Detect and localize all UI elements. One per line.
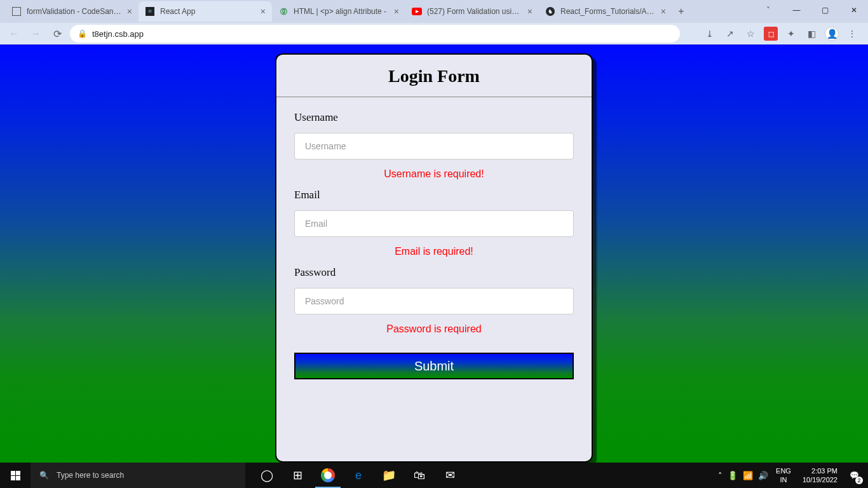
- close-icon[interactable]: ×: [661, 6, 666, 17]
- browser-toolbar: ← → ⟳ 🔒 t8etjn.csb.app ⤓ ↗ ☆ ⬚ ✦ ◧ 👤 ⋮: [0, 23, 868, 44]
- task-icons: ◯ ⊞ e 📁 🛍 ✉: [252, 463, 465, 488]
- form-title: Login Form: [276, 66, 592, 86]
- email-group: Email Email is required!: [294, 189, 574, 257]
- tab-title: HTML | <p> align Attribute -: [294, 7, 390, 16]
- wifi-icon[interactable]: 📶: [743, 471, 753, 480]
- share-icon[interactable]: ↗: [723, 27, 737, 41]
- tab-title: React_Forms_Tutorials/App.js: [560, 7, 657, 16]
- window-controls: ˅ — ▢ ✕: [754, 0, 868, 20]
- new-tab-button[interactable]: +: [672, 3, 690, 20]
- profile-avatar[interactable]: 👤: [825, 27, 839, 41]
- extension-icon[interactable]: ⬚: [764, 27, 778, 41]
- close-window-button[interactable]: ✕: [839, 0, 868, 20]
- search-placeholder: Type here to search: [57, 471, 124, 480]
- task-view-icon[interactable]: ⊞: [282, 463, 313, 488]
- password-error: Password is required: [294, 323, 574, 335]
- explorer-taskbar-icon[interactable]: 📁: [374, 463, 404, 488]
- password-label: Password: [294, 266, 574, 279]
- password-input[interactable]: [294, 288, 574, 315]
- maximize-button[interactable]: ▢: [811, 0, 839, 20]
- chrome-taskbar-icon[interactable]: [313, 463, 343, 488]
- tray-chevron-icon[interactable]: ˄: [718, 471, 722, 480]
- email-error: Email is required!: [294, 246, 574, 257]
- battery-icon[interactable]: 🔋: [728, 471, 738, 480]
- back-button[interactable]: ←: [5, 25, 23, 43]
- react-icon: ⚛: [145, 6, 155, 17]
- username-group: Username Username is required!: [294, 111, 574, 180]
- username-label: Username: [294, 111, 574, 124]
- mail-taskbar-icon[interactable]: ✉: [435, 463, 465, 488]
- store-taskbar-icon[interactable]: 🛍: [404, 463, 435, 488]
- chevron-down-icon[interactable]: ˅: [754, 0, 782, 20]
- lang-bottom: IN: [780, 475, 787, 484]
- windows-icon: [11, 471, 20, 480]
- tab-react-app[interactable]: ⚛ React App ×: [139, 1, 272, 22]
- start-button[interactable]: [0, 463, 31, 488]
- form-header: Login Form: [276, 55, 592, 97]
- clock-time: 2:03 PM: [811, 466, 837, 475]
- bookmark-icon[interactable]: ☆: [743, 27, 757, 41]
- login-form-card: Login Form Username Username is required…: [275, 53, 593, 463]
- username-error: Username is required!: [294, 168, 574, 180]
- language-indicator[interactable]: ENG IN: [773, 466, 794, 484]
- notif-badge: 2: [855, 477, 863, 484]
- forward-button[interactable]: →: [27, 25, 44, 43]
- tab-html-attr[interactable]: ⓖ HTML | <p> align Attribute - ×: [272, 1, 405, 22]
- tab-strip: formValidation - CodeSandbox × ⚛ React A…: [0, 0, 868, 23]
- tab-github[interactable]: ♞ React_Forms_Tutorials/App.js ×: [539, 1, 672, 22]
- system-tray: ˄ 🔋 📶 🔊 ENG IN 2:03 PM 10/19/2022 💬2: [718, 466, 868, 484]
- tab-title: formValidation - CodeSandbox: [27, 7, 123, 16]
- email-label: Email: [294, 189, 574, 201]
- youtube-icon: ▶: [412, 6, 422, 17]
- clock-date: 10/19/2022: [803, 475, 837, 484]
- url-text: t8etjn.csb.app: [92, 29, 144, 39]
- tab-youtube[interactable]: ▶ (527) Form Validation using R ×: [405, 1, 539, 22]
- lang-top: ENG: [776, 466, 791, 475]
- taskbar-search[interactable]: 🔍 Type here to search: [31, 463, 245, 488]
- password-group: Password Password is required: [294, 266, 574, 335]
- toolbar-right: ⤓ ↗ ☆ ⬚ ✦ ◧ 👤 ⋮: [703, 27, 863, 41]
- menu-icon[interactable]: ⋮: [845, 27, 859, 41]
- install-icon[interactable]: ⤓: [703, 27, 717, 41]
- minimize-button[interactable]: —: [782, 0, 811, 20]
- close-icon[interactable]: ×: [127, 6, 132, 17]
- windows-taskbar: 🔍 Type here to search ◯ ⊞ e 📁 🛍 ✉ ˄ 🔋 📶 …: [0, 463, 868, 488]
- tab-codesandbox[interactable]: formValidation - CodeSandbox ×: [5, 1, 139, 22]
- taskbar-clock[interactable]: 2:03 PM 10/19/2022: [799, 466, 841, 484]
- lock-icon: 🔒: [78, 29, 87, 38]
- close-icon[interactable]: ×: [394, 6, 399, 17]
- username-input[interactable]: [294, 133, 574, 159]
- form-body: Username Username is required! Email Ema…: [276, 97, 592, 393]
- sidepanel-icon[interactable]: ◧: [804, 27, 818, 41]
- edge-taskbar-icon[interactable]: e: [343, 463, 374, 488]
- extensions-icon[interactable]: ✦: [784, 27, 798, 41]
- cortana-icon[interactable]: ◯: [252, 463, 282, 488]
- browser-chrome: formValidation - CodeSandbox × ⚛ React A…: [0, 0, 868, 44]
- geeksforgeeks-icon: ⓖ: [278, 6, 288, 17]
- close-icon[interactable]: ×: [261, 6, 266, 17]
- notifications-icon[interactable]: 💬2: [846, 468, 862, 483]
- page-viewport: Login Form Username Username is required…: [0, 44, 868, 463]
- codesandbox-icon: [11, 6, 22, 17]
- email-input[interactable]: [294, 210, 574, 237]
- address-bar[interactable]: 🔒 t8etjn.csb.app: [70, 25, 680, 43]
- tab-title: (527) Form Validation using R: [427, 7, 524, 16]
- tab-title: React App: [160, 7, 257, 16]
- github-icon: ♞: [545, 6, 555, 17]
- search-icon: 🔍: [39, 471, 49, 480]
- close-icon[interactable]: ×: [527, 6, 532, 17]
- reload-button[interactable]: ⟳: [48, 25, 66, 43]
- volume-icon[interactable]: 🔊: [758, 471, 768, 480]
- submit-button[interactable]: Submit: [294, 353, 574, 379]
